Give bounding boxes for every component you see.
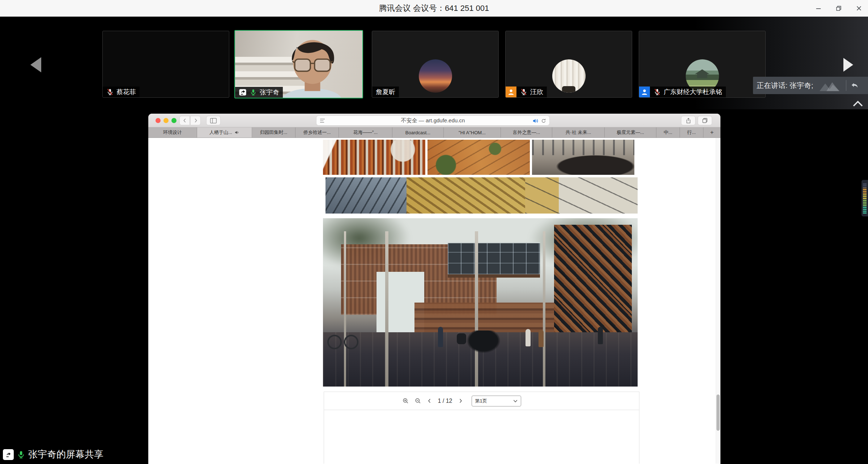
tab-overview-button[interactable]: [698, 116, 712, 125]
tencent-meeting-window: 腾讯会议 会议号：641 251 001 蔡花菲: [0, 0, 868, 464]
restore-icon: [835, 5, 842, 12]
collage-image-aerial-courtyard: [427, 140, 530, 175]
page-position: 1 / 12: [438, 398, 452, 404]
browser-tab[interactable]: 归园田集时...: [252, 127, 295, 138]
address-text: 不安全 — art.gdufe.edu.cn: [316, 117, 549, 124]
traffic-lights: [156, 118, 176, 123]
share-icon: [685, 117, 692, 124]
browser-tab-active[interactable]: 人栖于山...: [197, 127, 252, 138]
speaking-toast: 正在讲话: 张宇奇;: [753, 77, 868, 94]
screen-share-icon: [239, 88, 247, 96]
participant-name: 广东财经大学杜承铭: [664, 88, 722, 96]
scrollbar-thumb[interactable]: [716, 395, 720, 431]
scrollbar-track[interactable]: [716, 138, 720, 464]
browser-tab[interactable]: 中...: [656, 127, 680, 138]
browser-tab[interactable]: 花海——"...: [339, 127, 392, 138]
next-participants-arrow-icon[interactable]: [843, 58, 853, 72]
participant-name: 蔡花菲: [116, 88, 136, 96]
pdf-pager-row: 1 / 12 第1页: [324, 392, 639, 410]
share-button[interactable]: [681, 116, 695, 125]
new-tab-plus-icon: +: [710, 129, 714, 136]
audio-level-meter: [861, 180, 868, 216]
person-badge-icon: [506, 87, 516, 97]
window-controls: [813, 0, 864, 17]
toast-divider: [846, 80, 846, 91]
next-page-icon[interactable]: [458, 398, 463, 404]
tab-label: "HI A"HOM...: [459, 130, 486, 135]
participant-name-row: 蔡花菲: [103, 87, 140, 97]
tab-label: 侨乡拾述一...: [303, 129, 331, 136]
collage-image-stairs: [323, 140, 425, 175]
prev-page-icon[interactable]: [427, 398, 432, 404]
tab-label: 环境设计: [163, 129, 182, 136]
restore-button[interactable]: [833, 3, 844, 14]
tab-label: 归园田集时...: [260, 129, 288, 136]
browser-tab[interactable]: 行...: [680, 127, 703, 138]
participant-tile[interactable]: 蔡花菲: [102, 31, 229, 98]
person-badge-icon: [639, 87, 650, 97]
meeting-title: 腾讯会议 会议号：641 251 001: [0, 0, 868, 17]
forward-button[interactable]: [190, 116, 201, 125]
browser-tab[interactable]: "HI A"HOM...: [444, 127, 501, 138]
participant-tile-speaking[interactable]: 张宇奇: [234, 30, 363, 98]
browser-tab[interactable]: 言外之意—...: [501, 127, 552, 138]
collage-image-stair-right: [525, 177, 638, 214]
participant-name: 张宇奇: [260, 88, 279, 97]
mic-muted-icon: [520, 88, 527, 96]
render-luggage: [457, 333, 466, 344]
prev-participants-arrow-icon[interactable]: [30, 57, 41, 72]
traffic-close-button[interactable]: [156, 118, 161, 123]
render-tree-trunk: [344, 231, 346, 387]
sidebar-button[interactable]: [206, 116, 221, 125]
tab-label: Boardcast...: [405, 130, 430, 135]
participant-tile[interactable]: 广东财经大学杜承铭: [639, 31, 766, 98]
avatar: [419, 59, 452, 93]
render-glass-pavilion: [448, 242, 540, 278]
browser-tab[interactable]: Boardcast...: [392, 127, 444, 138]
traffic-zoom-button[interactable]: [171, 118, 176, 123]
participant-tile[interactable]: 詹夏昕: [372, 31, 499, 98]
participant-name: 汪欣: [530, 88, 543, 96]
screen-share-label: 张宇奇的屏幕共享: [28, 448, 103, 461]
collapse-strip-chevron-up-icon[interactable]: [852, 100, 864, 107]
zoom-out-icon[interactable]: [414, 397, 421, 404]
tab-label: 言外之意—...: [513, 129, 540, 136]
back-chevron-icon: [182, 118, 188, 123]
browser-tab[interactable]: 极度元素—...: [605, 127, 656, 138]
audio-level-bars: [863, 183, 867, 214]
tab-label: 极度元素—...: [617, 129, 644, 136]
collage-image-stair-mid: [407, 177, 525, 214]
render-person: [539, 330, 544, 347]
main-render-image: [323, 218, 638, 387]
browser-tab[interactable]: 侨乡拾述一...: [295, 127, 339, 138]
traffic-minimize-button[interactable]: [163, 118, 169, 123]
new-tab-button[interactable]: +: [703, 127, 720, 138]
minimize-icon: [815, 5, 822, 12]
participant-name: 詹夏昕: [376, 88, 395, 96]
back-button[interactable]: [179, 116, 190, 125]
browser-tab[interactable]: 环境设计: [148, 127, 197, 138]
render-tree-trunk: [385, 231, 388, 387]
zoom-in-icon[interactable]: [402, 397, 409, 404]
reload-icon[interactable]: [541, 118, 546, 124]
forward-chevron-icon: [193, 118, 199, 123]
tab-label: 共·社 未来...: [566, 129, 591, 136]
reader-view-icon[interactable]: [320, 118, 325, 123]
tab-label: 花海——"...: [353, 129, 378, 136]
page-select-dropdown[interactable]: 第1页: [472, 396, 521, 406]
participant-tile[interactable]: 汪欣: [505, 31, 632, 98]
render-bicycle-wheel: [344, 335, 358, 349]
project-collage-row2: [326, 177, 638, 214]
close-button[interactable]: [854, 3, 864, 14]
minimize-button[interactable]: [813, 3, 824, 14]
audio-speaker-icon[interactable]: [532, 118, 539, 124]
address-bar[interactable]: 不安全 — art.gdufe.edu.cn: [316, 115, 550, 126]
browser-toolbar: 不安全 — art.gdufe.edu.cn: [148, 114, 720, 127]
mic-on-icon: [17, 450, 25, 459]
sidebar-icon: [210, 118, 217, 124]
browser-tab[interactable]: 共·社 未来...: [552, 127, 605, 138]
shared-safari-window: 不安全 — art.gdufe.edu.cn 环境设计 人栖于山... 归园田集…: [148, 114, 720, 464]
render-tree-trunk: [543, 231, 545, 387]
reply-arrow-icon[interactable]: [850, 81, 859, 90]
tab-audio-icon[interactable]: [234, 130, 239, 135]
